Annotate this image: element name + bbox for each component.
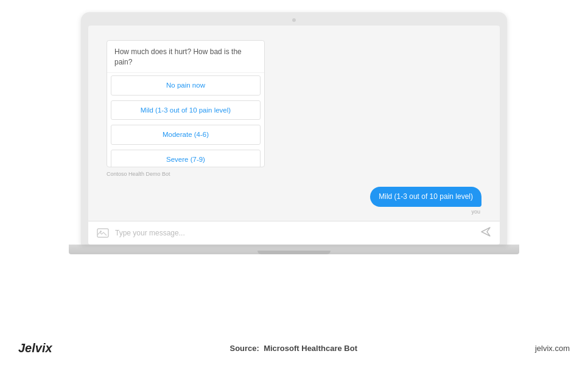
user-bubble: Mild (1-3 out of 10 pain level) — [370, 187, 481, 207]
laptop-screen-outer: How much does it hurt? How bad is the pa… — [81, 12, 507, 245]
laptop-wrapper: How much does it hurt? How bad is the pa… — [69, 12, 519, 254]
bot-card: How much does it hurt? How bad is the pa… — [107, 40, 265, 167]
chat-container: How much does it hurt? How bad is the pa… — [88, 26, 500, 245]
user-message-row: Mild (1-3 out of 10 pain level) you — [107, 187, 481, 215]
footer: Jelvix Source: Microsoft Healthcare Bot … — [0, 341, 588, 355]
source-label: Source: — [230, 344, 259, 353]
image-icon — [97, 228, 109, 238]
bot-options: No pain now Mild (1-3 out of 10 pain lev… — [107, 73, 264, 168]
bot-question: How much does it hurt? How bad is the pa… — [107, 41, 264, 73]
option-moderate[interactable]: Moderate (4-6) — [111, 125, 261, 145]
laptop-screen: How much does it hurt? How bad is the pa… — [88, 26, 500, 245]
brand-logo: Jelvix — [18, 341, 52, 355]
laptop-notch — [257, 251, 331, 254]
send-icon[interactable] — [480, 226, 491, 240]
bot-name: Contoso Health Demo Bot — [107, 167, 170, 179]
source-text: Source: Microsoft Healthcare Bot — [230, 344, 358, 353]
option-severe[interactable]: Severe (7-9) — [111, 150, 261, 167]
option-mild[interactable]: Mild (1-3 out of 10 pain level) — [111, 100, 261, 120]
chat-messages: How much does it hurt? How bad is the pa… — [88, 26, 500, 221]
chat-input-bar: Type your message... — [88, 221, 500, 245]
option-no-pain[interactable]: No pain now — [111, 75, 261, 96]
svg-point-1 — [100, 231, 102, 232]
main-container: How much does it hurt? How bad is the pa… — [0, 0, 588, 365]
user-label: you — [471, 209, 480, 215]
chat-input-placeholder[interactable]: Type your message... — [115, 229, 474, 237]
camera-dot — [292, 18, 296, 22]
footer-url: jelvix.com — [535, 344, 570, 353]
laptop-base — [69, 245, 519, 254]
source-value: Microsoft Healthcare Bot — [264, 344, 357, 353]
